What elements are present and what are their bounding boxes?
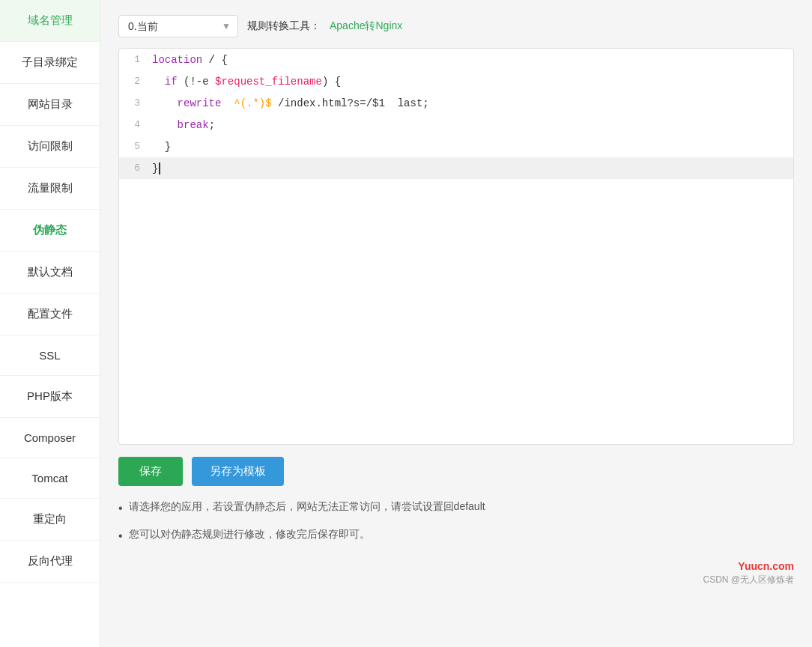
toolbar-row: 0.当前 ▼ 规则转换工具： Apache转Nginx — [118, 15, 794, 37]
sidebar-item-traffic[interactable]: 流量限制 — [0, 168, 100, 210]
bullet-icon-2: • — [118, 526, 123, 546]
sidebar-item-pseudostatic[interactable]: 伪静态 — [0, 210, 100, 252]
sidebar-item-php[interactable]: PHP版本 — [0, 376, 100, 418]
line-code: rewrite ^(.*)$ /index.html?s=/$1 last; — [149, 92, 793, 114]
line-number: 5 — [119, 136, 149, 157]
code-table: 1location / {2 if (!-e $request_filename… — [119, 49, 793, 179]
sidebar-item-sitedir[interactable]: 网站目录 — [0, 84, 100, 126]
note-text-2: 您可以对伪静态规则进行修改，修改完后保存即可。 — [129, 526, 370, 542]
sidebar-item-proxy[interactable]: 反向代理 — [0, 541, 100, 583]
sidebar-item-rewrite[interactable]: 重定向 — [0, 499, 100, 541]
line-code: } — [149, 157, 793, 179]
template-select-wrapper: 0.当前 ▼ — [118, 15, 238, 37]
line-code: if (!-e $request_filename) { — [149, 70, 793, 92]
code-editor[interactable]: 1location / {2 if (!-e $request_filename… — [118, 48, 794, 445]
sidebar-item-domain[interactable]: 域名管理 — [0, 0, 100, 42]
line-code: } — [149, 136, 793, 157]
note-text-1: 请选择您的应用，若设置伪静态后，网站无法正常访问，请尝试设置回default — [129, 498, 485, 514]
watermark-csdn: CSDN @无人区修炼者 — [118, 574, 794, 586]
line-number: 2 — [119, 70, 149, 92]
template-select[interactable]: 0.当前 — [118, 15, 238, 37]
line-code: break; — [149, 114, 793, 136]
sidebar-item-ssl[interactable]: SSL — [0, 335, 100, 376]
sidebar-item-composer[interactable]: Composer — [0, 418, 100, 458]
sidebar: 域名管理 子目录绑定 网站目录 访问限制 流量限制 伪静态 默认文档 配置文件 … — [0, 0, 100, 647]
cursor-icon — [159, 162, 160, 174]
sidebar-item-subdir[interactable]: 子目录绑定 — [0, 42, 100, 84]
save-as-template-button[interactable]: 另存为模板 — [192, 457, 284, 486]
notes-section: • 请选择您的应用，若设置伪静态后，网站无法正常访问，请尝试设置回default… — [118, 498, 794, 545]
line-number: 6 — [119, 157, 149, 179]
line-number: 3 — [119, 92, 149, 114]
bullet-icon-1: • — [118, 499, 123, 518]
watermark: Yuucn.com CSDN @无人区修炼者 — [118, 560, 794, 586]
converter-link[interactable]: Apache转Nginx — [330, 19, 402, 33]
main-content: 0.当前 ▼ 规则转换工具： Apache转Nginx 1location / … — [100, 0, 812, 647]
save-button[interactable]: 保存 — [118, 457, 183, 486]
line-code: location / { — [149, 49, 793, 70]
line-number: 4 — [119, 114, 149, 136]
sidebar-item-access[interactable]: 访问限制 — [0, 126, 100, 168]
note-item-1: • 请选择您的应用，若设置伪静态后，网站无法正常访问，请尝试设置回default — [118, 498, 794, 518]
line-number: 1 — [119, 49, 149, 70]
action-row: 保存 另存为模板 — [118, 457, 794, 486]
converter-label: 规则转换工具： — [247, 19, 321, 33]
note-item-2: • 您可以对伪静态规则进行修改，修改完后保存即可。 — [118, 526, 794, 546]
sidebar-item-tomcat[interactable]: Tomcat — [0, 458, 100, 499]
sidebar-item-default-doc[interactable]: 默认文档 — [0, 252, 100, 294]
watermark-yuucn: Yuucn.com — [118, 560, 794, 572]
sidebar-item-config-file[interactable]: 配置文件 — [0, 294, 100, 335]
